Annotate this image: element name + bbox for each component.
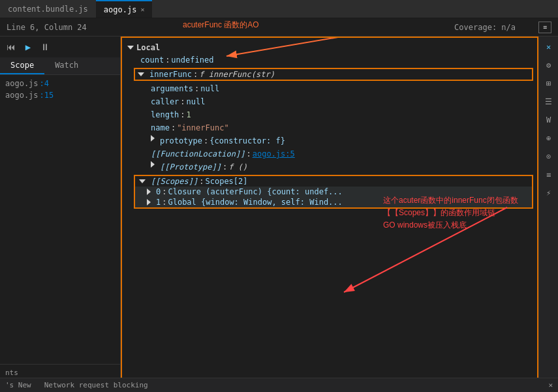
prop-name-prototype: prototype xyxy=(160,135,202,147)
scope-row-name: name : "innerFunc" xyxy=(122,121,537,134)
scope-row-length: length : 1 xyxy=(122,108,537,121)
prop-name-name: name xyxy=(151,122,170,134)
scope-row-prototype: prototype : {constructor: f} xyxy=(122,134,537,147)
triangle-innerfunc-icon xyxy=(138,72,144,76)
prop-name-count: count xyxy=(140,54,164,66)
left-panel: ⏮ ▶ ⏸ Scope Watch aogo.js :4 aogo.js :15… xyxy=(0,37,121,392)
bottom-close-button[interactable]: ✕ xyxy=(548,381,553,389)
prop-value-arguments: null xyxy=(200,83,219,95)
tab-aogo[interactable]: aogo.js ✕ xyxy=(96,0,153,18)
prop-value-scopes: Scopes[2] xyxy=(205,177,247,186)
list-item[interactable]: aogo.js :15 xyxy=(0,89,120,101)
coverage-icon[interactable]: ≡ xyxy=(538,22,551,33)
filename: aogo.js xyxy=(5,79,39,88)
bottom-bar: 's New Network request blocking ✕ xyxy=(0,378,558,392)
resume-button[interactable]: ▶ xyxy=(21,40,35,54)
scope-row-funclocation: [[FunctionLocation]] : aogo.js:5 xyxy=(122,147,537,160)
prop-name-scopes: [[Scopes]] xyxy=(151,177,198,186)
prop-name-scope0: 0 xyxy=(156,187,161,196)
status-bar: Line 6, Column 24 acuterFunc 函数的AO Cover… xyxy=(0,18,558,37)
annotation-line-2: 【【Scopes】】的函数作用域链 xyxy=(383,207,531,219)
sidebar-icon-8[interactable]: ≡ xyxy=(541,167,557,183)
scopes-header[interactable]: [[Scopes]] : Scopes[2] xyxy=(135,176,532,187)
sidebar-icon-5[interactable]: W xyxy=(541,112,557,128)
breakpoints-label: nts xyxy=(5,367,115,378)
prop-value-scope1: Global {window: Window, self: Wind... xyxy=(168,198,342,207)
prop-value-caller: null xyxy=(187,96,206,108)
call-stack-list: aogo.js :4 aogo.js :15 xyxy=(0,75,120,364)
tab-close-icon[interactable]: ✕ xyxy=(140,6,144,13)
triangle-prototype-icon xyxy=(151,135,155,142)
sidebar-icon-9[interactable]: ⚡ xyxy=(541,185,557,201)
prop-name-length: length xyxy=(151,109,179,121)
sidebar-icon-1[interactable]: ✕ xyxy=(541,39,557,55)
cursor-position: Line 6, Column 24 xyxy=(7,23,87,32)
coverage-text: Coverage: n/a xyxy=(454,23,516,32)
prop-value-prototype: {constructor: f} xyxy=(209,135,285,147)
sidebar-icon-4[interactable]: ☰ xyxy=(541,94,557,110)
list-item[interactable]: aogo.js :4 xyxy=(0,78,120,89)
step-back-button[interactable]: ⏮ xyxy=(4,40,18,54)
sidebar-icon-6[interactable]: ⊕ xyxy=(541,130,557,146)
tab-bar: content.bundle.js aogo.js ✕ xyxy=(0,0,558,18)
pause-button[interactable]: ⏸ xyxy=(38,40,52,54)
bottom-item-new[interactable]: 's New xyxy=(5,381,31,389)
prop-value-length: 1 xyxy=(187,109,191,121)
local-section-header[interactable]: Local xyxy=(122,42,537,53)
filename: aogo.js xyxy=(5,91,39,100)
prop-value-name: "innerFunc" xyxy=(177,122,228,134)
lineno: :15 xyxy=(40,91,54,100)
prop-name-innerfunc: innerFunc xyxy=(149,70,192,79)
tab-label: content.bundle.js xyxy=(8,5,88,14)
scope-row-count: count : undefined xyxy=(122,53,537,67)
annotation-label-1: acuterFunc 函数的AO xyxy=(183,20,259,31)
scope-watch-tabs: Scope Watch xyxy=(0,57,120,75)
lineno: :4 xyxy=(40,79,49,88)
sidebar-icon-2[interactable]: ⚙ xyxy=(541,57,557,73)
triangle-proto-icon xyxy=(151,161,155,168)
prop-value-count: undefined xyxy=(171,54,213,66)
scope-row-arguments: arguments : null xyxy=(122,82,537,95)
triangle-down-icon xyxy=(127,46,134,50)
prop-name-arguments: arguments xyxy=(151,83,193,95)
prop-value-innerfunc: f innerFunc(str) xyxy=(199,70,275,79)
scope-row-caller: caller : null xyxy=(122,95,537,108)
main-layout: ⏮ ▶ ⏸ Scope Watch aogo.js :4 aogo.js :15… xyxy=(0,37,558,392)
local-label: Local xyxy=(136,43,160,52)
triangle-scope1-icon xyxy=(147,199,151,205)
tab-watch[interactable]: Watch xyxy=(44,57,89,74)
icons-sidebar: ✕ ⚙ ⊞ ☰ W ⊕ ⊙ ≡ ⚡ xyxy=(538,37,558,392)
annotation-line-3: GO windows被压入栈底 xyxy=(383,219,531,232)
prop-name-funclocation: [[FunctionLocation]] xyxy=(151,148,245,160)
scope-panel-box: Local count : undefined innerFunc : f in… xyxy=(121,37,538,392)
scope-row-proto: [[Prototype]] : f () xyxy=(122,160,537,173)
annotation-box-2: 这个acuter函数中的innerFunc闭包函数 【【Scopes】】的函数作… xyxy=(383,194,531,232)
annotation-line-1: 这个acuter函数中的innerFunc闭包函数 xyxy=(383,194,531,207)
prop-value-funclocation[interactable]: aogo.js:5 xyxy=(253,148,295,160)
prop-name-scope1: 1 xyxy=(156,198,161,207)
sidebar-icon-7[interactable]: ⊙ xyxy=(541,149,557,164)
tab-label-active: aogo.js xyxy=(104,5,137,14)
prop-name-caller: caller xyxy=(151,96,179,108)
tab-scope[interactable]: Scope xyxy=(0,57,44,74)
prop-name-proto: [[Prototype]] xyxy=(160,161,221,173)
sidebar-icon-3[interactable]: ⊞ xyxy=(541,76,557,91)
prop-value-proto: f () xyxy=(228,161,247,173)
triangle-scopes-icon xyxy=(139,179,146,183)
prop-value-scope0: Closure (acuterFunc) {count: undef... xyxy=(168,187,342,196)
scope-view-panel: Local count : undefined innerFunc : f in… xyxy=(121,37,538,392)
bottom-item-network[interactable]: Network request blocking xyxy=(44,381,148,389)
innerfunc-row[interactable]: innerFunc : f innerFunc(str) xyxy=(134,68,533,81)
debugger-toolbar: ⏮ ▶ ⏸ xyxy=(0,37,120,57)
tab-content-bundle[interactable]: content.bundle.js xyxy=(0,0,96,18)
triangle-scope0-icon xyxy=(147,188,151,195)
